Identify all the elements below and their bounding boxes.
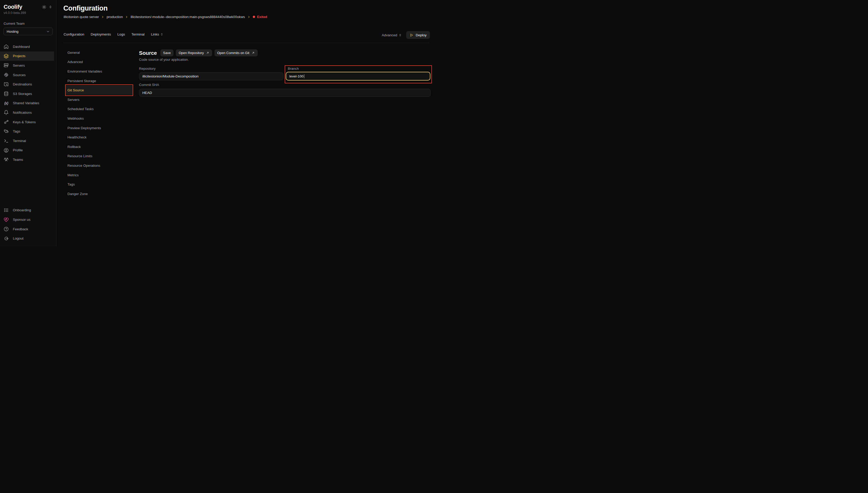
arrow-up-right-icon: [252, 51, 255, 55]
sidebar-item-sources[interactable]: Sources: [0, 70, 56, 80]
deploy-button[interactable]: Deploy: [406, 31, 430, 39]
status-dot-icon: [253, 16, 255, 18]
app-version: v4.0.0-beta.399: [0, 10, 56, 15]
commit-sha-label: Commit SHA: [139, 83, 159, 87]
tab-bar: Configuration Deployments Logs Terminal …: [64, 33, 163, 36]
sidebar-item-s3-storages[interactable]: S3 Storages: [0, 89, 56, 99]
sidebar-item-projects[interactable]: Projects: [0, 51, 54, 61]
variable-icon: (x): [4, 101, 9, 105]
source-header: Source Save Open Repository Open Commits…: [139, 49, 258, 56]
sidebar-nav: Dashboard Projects Servers Sources Desti…: [0, 42, 56, 165]
sidebar-item-dashboard[interactable]: Dashboard: [0, 42, 56, 51]
chevron-right-icon: [125, 16, 128, 19]
checklist-icon: [4, 208, 9, 213]
advanced-select[interactable]: Advanced: [382, 33, 402, 37]
map-icon: [4, 82, 9, 87]
tab-terminal[interactable]: Terminal: [131, 33, 144, 36]
sidebar-item-feedback[interactable]: Feedback: [0, 224, 56, 234]
repository-input[interactable]: illicitestonion/Module-Decomposition: [139, 72, 283, 80]
sidebar-item-onboarding[interactable]: Onboarding: [0, 206, 56, 215]
branch-label: Branch: [288, 67, 299, 70]
subnav-item-resource-limits[interactable]: Resource Limits: [66, 152, 132, 161]
breadcrumb-environment[interactable]: production: [107, 15, 123, 19]
tab-logs[interactable]: Logs: [118, 33, 125, 36]
top-actions: Advanced Deploy: [382, 31, 430, 39]
help-circle-icon: [4, 227, 9, 232]
sidebar-item-profile[interactable]: Profile: [0, 146, 56, 155]
open-commits-button[interactable]: Open Commits on Git: [214, 49, 258, 56]
database-icon: [4, 91, 9, 96]
team-select-value: Hosting: [7, 29, 19, 34]
subnav-item-servers[interactable]: Servers: [66, 95, 132, 105]
divider: [63, 43, 430, 43]
sidebar-footer-nav: Onboarding Sponsor us Feedback Logout: [0, 206, 56, 243]
chevrons-up-down-icon: [399, 34, 402, 37]
subnav-item-danger-zone[interactable]: Danger Zone: [66, 189, 132, 199]
subnav-item-environment-variables[interactable]: Environment Variables: [66, 67, 132, 76]
subnav-item-webhooks[interactable]: Webhooks: [66, 114, 132, 123]
text-cursor: [304, 74, 304, 78]
sidebar-item-shared-variables[interactable]: (x) Shared Variables: [0, 99, 56, 108]
play-icon: [409, 33, 414, 37]
source-heading: Source: [139, 50, 157, 56]
main-content: Configuration illicitonion quote server …: [56, 0, 434, 246]
source-description: Code source of your application.: [139, 58, 189, 62]
sidebar-item-notifications[interactable]: Notifications: [0, 108, 56, 117]
theme-switcher-chevrons-icon[interactable]: [49, 5, 52, 8]
page-title: Configuration: [63, 4, 108, 12]
bell-icon: [4, 110, 9, 115]
subnav-item-rollback[interactable]: Rollback: [66, 142, 132, 152]
sidebar-item-terminal[interactable]: Terminal: [0, 136, 56, 146]
heart-hands-icon: [4, 217, 9, 222]
breadcrumb-project[interactable]: illicitonion quote server: [64, 15, 99, 19]
tab-deployments[interactable]: Deployments: [91, 33, 111, 36]
subnav-item-tags[interactable]: Tags: [66, 179, 132, 189]
tab-configuration[interactable]: Configuration: [64, 33, 84, 36]
subnav-item-git-source[interactable]: Git Source: [66, 85, 132, 95]
sidebar-item-servers[interactable]: Servers: [0, 61, 56, 70]
subnav-item-scheduled-tasks[interactable]: Scheduled Tasks: [66, 105, 132, 114]
chevron-right-icon: [247, 16, 251, 19]
tab-links[interactable]: Links: [151, 33, 163, 36]
commit-sha-input[interactable]: HEAD: [139, 89, 431, 97]
server-icon: [4, 63, 9, 68]
configuration-subnav: GeneralAdvancedEnvironment VariablesPers…: [66, 48, 132, 199]
save-button[interactable]: Save: [161, 49, 174, 56]
layers-icon: [4, 53, 9, 59]
logout-icon: [4, 236, 9, 241]
subnav-item-healthcheck[interactable]: Healthcheck: [66, 132, 132, 142]
users-icon: [4, 157, 9, 162]
sidebar: Coolify v4.0.0-beta.399 Current Team Hos…: [0, 0, 56, 246]
status-label: Exited: [257, 15, 267, 19]
arrow-up-right-icon: [206, 51, 209, 55]
chevron-right-icon: [101, 16, 104, 19]
terminal-icon: [4, 138, 9, 143]
breadcrumb: illicitonion quote server production ill…: [64, 15, 267, 19]
open-repository-button[interactable]: Open Repository: [176, 49, 212, 56]
git-source-icon: [4, 72, 9, 78]
chevrons-up-down-icon: [161, 33, 163, 36]
subnav-item-resource-operations[interactable]: Resource Operations: [66, 161, 132, 170]
sidebar-item-sponsor-us[interactable]: Sponsor us: [0, 215, 56, 224]
subnav-item-persistent-storage[interactable]: Persistent Storage: [66, 76, 132, 86]
chevron-down-icon: [46, 29, 50, 34]
branch-input[interactable]: level-100: [286, 72, 430, 81]
key-icon: [4, 120, 9, 125]
theme-sun-icon[interactable]: [42, 5, 46, 9]
sidebar-item-keys-tokens[interactable]: Keys & Tokens: [0, 117, 56, 127]
sidebar-item-teams[interactable]: Teams: [0, 155, 56, 165]
sidebar-item-destinations[interactable]: Destinations: [0, 80, 56, 89]
user-circle-icon: [4, 148, 9, 153]
sidebar-item-tags[interactable]: Tags: [0, 127, 56, 136]
subnav-item-advanced[interactable]: Advanced: [66, 57, 132, 67]
status-badge: Exited: [253, 15, 267, 19]
subnav-item-general[interactable]: General: [66, 48, 132, 57]
current-team-label: Current Team: [0, 22, 56, 25]
home-icon: [4, 44, 9, 49]
tags-icon: [4, 129, 9, 134]
breadcrumb-application[interactable]: illicitestonion/-module--decomposition:m…: [130, 15, 245, 19]
sidebar-item-logout[interactable]: Logout: [0, 234, 56, 243]
team-select[interactable]: Hosting: [3, 27, 53, 35]
subnav-item-preview-deployments[interactable]: Preview Deployments: [66, 123, 132, 133]
subnav-item-metrics[interactable]: Metrics: [66, 170, 132, 180]
